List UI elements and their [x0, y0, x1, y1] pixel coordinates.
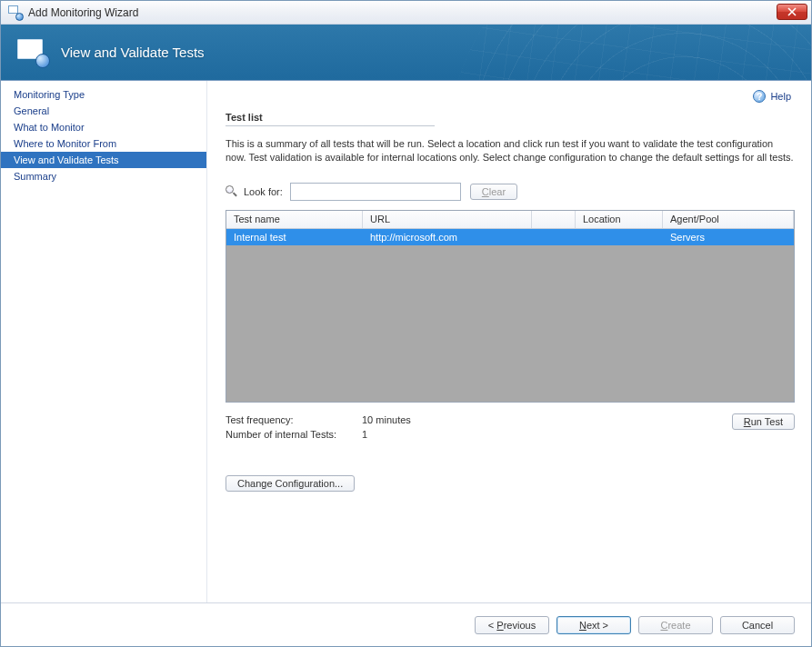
sidebar-item-where-to-monitor-from[interactable]: Where to Monitor From	[1, 135, 206, 152]
summary-info: Test frequency: Number of internal Tests…	[226, 413, 411, 443]
help-icon: ?	[753, 90, 766, 103]
col-header-location[interactable]: Location	[576, 211, 663, 228]
wizard-footer: < Previous Next > Create Cancel	[1, 602, 811, 646]
section-description: This is a summary of all tests that will…	[226, 137, 795, 164]
wizard-heading: View and Validate Tests	[61, 45, 205, 60]
next-button[interactable]: Next >	[556, 616, 631, 634]
col-header-agent[interactable]: Agent/Pool	[663, 211, 794, 228]
cell-blank	[532, 229, 576, 245]
sidebar-item-what-to-monitor[interactable]: What to Monitor	[1, 119, 206, 135]
sidebar-item-monitoring-type[interactable]: Monitoring Type	[1, 86, 206, 103]
create-button[interactable]: Create	[638, 616, 713, 634]
tests-grid: Test name URL Location Agent/Pool Intern…	[226, 210, 795, 403]
sidebar-item-general[interactable]: General	[1, 103, 206, 119]
help-link[interactable]: ? Help	[753, 90, 791, 103]
close-button[interactable]	[777, 4, 807, 20]
change-configuration-button[interactable]: Change Configuration...	[226, 475, 355, 492]
sidebar-item-view-and-validate-tests[interactable]: View and Validate Tests	[1, 152, 206, 168]
wizard-header: View and Validate Tests	[1, 25, 811, 81]
count-value: 1	[362, 428, 411, 443]
sidebar-item-summary[interactable]: Summary	[1, 168, 206, 184]
cancel-button[interactable]: Cancel	[720, 616, 795, 634]
titlebar: Add Monitoring Wizard	[1, 1, 811, 25]
lookfor-row: Look for: Clear	[226, 183, 795, 201]
window-title: Add Monitoring Wizard	[28, 6, 138, 19]
cell-test-name: Internal test	[226, 229, 363, 245]
wizard-body: Monitoring Type General What to Monitor …	[1, 81, 811, 602]
run-test-button[interactable]: Run Test	[732, 413, 795, 430]
app-icon	[8, 5, 23, 20]
col-header-test-name[interactable]: Test name	[226, 211, 363, 228]
wizard-icon	[17, 39, 48, 66]
cell-url: http://microsoft.com	[363, 229, 532, 245]
freq-label: Test frequency:	[226, 413, 362, 428]
search-icon	[226, 185, 238, 198]
section-underline	[226, 125, 435, 126]
section-title: Test list	[226, 112, 795, 123]
lookfor-label: Look for:	[244, 186, 283, 197]
content-area: ? Help Test list This is a summary of al…	[206, 81, 811, 602]
clear-button[interactable]: Clear	[470, 184, 517, 200]
freq-value: 10 minutes	[362, 413, 411, 428]
previous-button[interactable]: < Previous	[475, 616, 549, 634]
cell-location	[576, 229, 663, 245]
table-row[interactable]: Internal test http://microsoft.com Serve…	[226, 229, 794, 245]
close-icon	[787, 7, 797, 16]
lookfor-input[interactable]	[290, 183, 461, 201]
count-label: Number of internal Tests:	[226, 428, 362, 443]
help-label: Help	[770, 91, 791, 102]
sidebar: Monitoring Type General What to Monitor …	[1, 81, 206, 602]
col-header-blank[interactable]	[532, 211, 576, 228]
col-header-url[interactable]: URL	[363, 211, 532, 228]
grid-header: Test name URL Location Agent/Pool	[226, 211, 794, 229]
cell-agent: Servers	[663, 229, 794, 245]
